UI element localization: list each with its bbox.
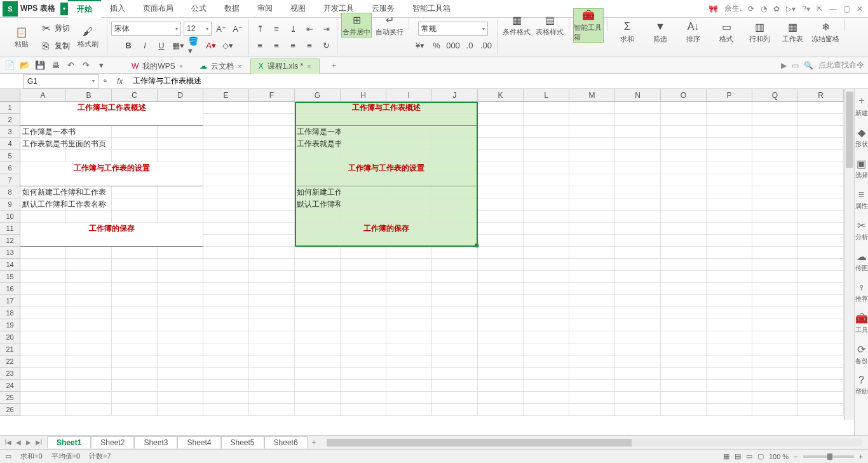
cell-E18[interactable]	[203, 307, 249, 319]
cell-D19[interactable]	[158, 319, 203, 331]
cell-N15[interactable]	[615, 271, 661, 283]
cell-N18[interactable]	[615, 307, 661, 319]
cell-E7[interactable]	[203, 174, 249, 186]
help-icon[interactable]: ?▾	[802, 4, 810, 13]
cell-K3[interactable]	[478, 126, 524, 138]
cell-A26[interactable]	[20, 404, 66, 416]
cell-M11[interactable]	[569, 223, 615, 235]
smart-toolbox-button[interactable]: 🧰智能工具箱	[573, 8, 604, 43]
cell-F3[interactable]	[249, 126, 295, 138]
cell-P18[interactable]	[707, 307, 752, 319]
add-tab-button[interactable]: ＋	[329, 60, 340, 71]
row-header-17[interactable]: 17	[0, 295, 20, 307]
cell-D9[interactable]	[158, 198, 203, 211]
cell-N23[interactable]	[615, 368, 661, 380]
cell-R24[interactable]	[798, 380, 844, 392]
cell-K17[interactable]	[478, 295, 524, 307]
cell-E19[interactable]	[203, 319, 249, 331]
cell-O14[interactable]	[661, 259, 707, 271]
cell-R22[interactable]	[798, 356, 844, 368]
cell-Q17[interactable]	[752, 295, 798, 307]
cell-J22[interactable]	[432, 356, 478, 368]
cell-M2[interactable]	[569, 114, 615, 126]
cell-D22[interactable]	[158, 356, 203, 368]
cell-J17[interactable]	[432, 295, 478, 307]
pin-icon[interactable]: ⇱	[817, 4, 823, 13]
cell-F10[interactable]	[249, 211, 295, 223]
minimize-button[interactable]: —	[829, 4, 837, 13]
cell-L14[interactable]	[524, 259, 569, 271]
qat-more-icon[interactable]: ▾	[95, 60, 107, 71]
cell-D13[interactable]	[158, 247, 203, 259]
row-header-2[interactable]: 2	[0, 114, 20, 126]
cell-I15[interactable]	[386, 271, 432, 283]
cell-Q26[interactable]	[752, 404, 798, 416]
col-header-O[interactable]: O	[661, 89, 707, 101]
cell-I16[interactable]	[386, 283, 432, 295]
cell-F22[interactable]	[249, 356, 295, 368]
cell-O24[interactable]	[661, 380, 707, 392]
sheet-tab-Sheet4[interactable]: Sheet4	[177, 436, 220, 448]
cell-A21[interactable]	[20, 343, 66, 356]
cell-P20[interactable]	[707, 331, 752, 343]
copy-icon[interactable]: ⎘	[39, 40, 52, 53]
cell-D20[interactable]	[158, 331, 203, 343]
cell-L3[interactable]	[524, 126, 569, 138]
cell-O22[interactable]	[661, 356, 707, 368]
cell-M15[interactable]	[569, 271, 615, 283]
cell-L15[interactable]	[524, 271, 569, 283]
cell-Q9[interactable]	[752, 198, 798, 211]
cell-M12[interactable]	[569, 235, 615, 247]
doc-tab-0[interactable]: W我的WPS×	[123, 59, 191, 74]
cell-O2[interactable]	[661, 114, 707, 126]
cell-A15[interactable]	[20, 271, 66, 283]
cell-H24[interactable]	[341, 380, 386, 392]
cell-H22[interactable]	[341, 356, 386, 368]
cell-A13[interactable]	[20, 247, 66, 259]
cell-I13[interactable]	[386, 247, 432, 259]
cell-Q22[interactable]	[752, 356, 798, 368]
cell-A14[interactable]	[20, 259, 66, 271]
row-header-1[interactable]: 1	[0, 102, 20, 114]
cell-C16[interactable]	[112, 283, 158, 295]
row-header-6[interactable]: 6	[0, 162, 20, 174]
cell-N13[interactable]	[615, 247, 661, 259]
cell-B15[interactable]	[66, 271, 112, 283]
cell-R1[interactable]	[798, 102, 844, 114]
cell-Q11[interactable]	[752, 223, 798, 235]
cell-F8[interactable]	[249, 186, 295, 198]
cell-I4[interactable]	[386, 138, 432, 150]
cell-N21[interactable]	[615, 343, 661, 356]
sidepanel-帮助[interactable]: ?帮助	[855, 375, 868, 396]
cell-K11[interactable]	[478, 223, 524, 235]
maximize-button[interactable]: ▢	[843, 4, 850, 13]
cell-F24[interactable]	[249, 380, 295, 392]
col-header-J[interactable]: J	[432, 89, 478, 101]
cell-P2[interactable]	[707, 114, 752, 126]
cell-Q5[interactable]	[752, 150, 798, 162]
cell-N14[interactable]	[615, 259, 661, 271]
cell-G5[interactable]	[295, 150, 341, 162]
rowcol-button[interactable]: ▥行和列	[744, 20, 775, 44]
cut-icon[interactable]: ✂	[39, 22, 52, 35]
sheet-tab-Sheet5[interactable]: Sheet5	[221, 436, 264, 448]
select-all-corner[interactable]	[0, 89, 20, 101]
cell-P8[interactable]	[707, 186, 752, 198]
cell-M21[interactable]	[569, 343, 615, 356]
fx-icon[interactable]: fx	[117, 77, 123, 86]
cell-N2[interactable]	[615, 114, 661, 126]
cell-Q6[interactable]	[752, 162, 798, 174]
cell-A16[interactable]	[20, 283, 66, 295]
cell-F2[interactable]	[249, 114, 295, 126]
indent-decrease-button[interactable]: ⇤	[302, 22, 316, 36]
cell-P11[interactable]	[707, 223, 752, 235]
cell-J4[interactable]	[432, 138, 478, 150]
format-painter-button[interactable]: 🖌格式刷	[72, 25, 103, 49]
cell-I10[interactable]	[386, 211, 432, 223]
cell-C23[interactable]	[112, 368, 158, 380]
cell-O15[interactable]	[661, 271, 707, 283]
cell-E26[interactable]	[203, 404, 249, 416]
close-button[interactable]: ✕	[857, 4, 863, 13]
cell-F13[interactable]	[249, 247, 295, 259]
col-header-Q[interactable]: Q	[752, 89, 798, 101]
